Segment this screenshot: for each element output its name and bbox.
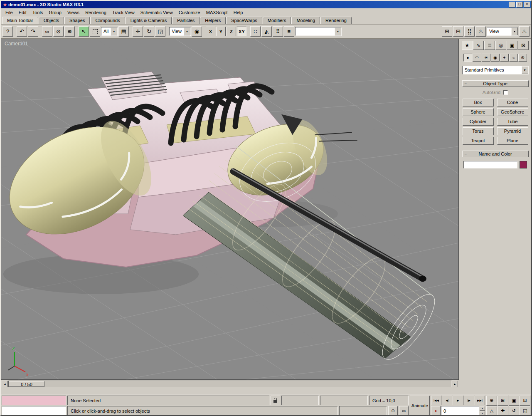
- select-and-move-button[interactable]: ✛: [133, 26, 143, 37]
- category-spacewarps[interactable]: ≈: [509, 54, 518, 62]
- teapot-button[interactable]: Teapot: [463, 137, 494, 145]
- name-color-rollout[interactable]: − Name and Color: [462, 151, 529, 157]
- maximize-button[interactable]: □: [516, 2, 523, 7]
- zoom-extents-button[interactable]: ▣: [509, 396, 520, 406]
- zoom-all-button[interactable]: ⊞: [498, 396, 508, 406]
- zoom-extents-all-button[interactable]: ⊡: [520, 396, 530, 406]
- menu-item-tools[interactable]: Tools: [30, 9, 46, 16]
- tab-modify[interactable]: ∿: [473, 41, 484, 50]
- autogrid-checkbox[interactable]: [503, 90, 508, 95]
- restrict-z-button[interactable]: Z: [227, 27, 236, 36]
- menu-item-customize[interactable]: Customize: [176, 9, 203, 16]
- selection-filter-dropdown[interactable]: All ▼: [101, 27, 118, 36]
- undo-button[interactable]: ↶: [17, 26, 27, 37]
- use-pivot-point-button[interactable]: ◉: [192, 26, 202, 37]
- tab-lights-cameras[interactable]: Lights & Cameras: [126, 17, 172, 24]
- timeline-track[interactable]: 0 / 50: [8, 381, 451, 387]
- object-name-field[interactable]: [463, 161, 517, 168]
- category-lights[interactable]: ☀: [482, 54, 490, 62]
- select-and-scale-button[interactable]: ◲: [155, 26, 165, 37]
- open-trackview-button[interactable]: ⊞: [442, 26, 452, 37]
- category-shapes[interactable]: ◠: [473, 54, 481, 62]
- tab-motion[interactable]: ◎: [495, 41, 506, 50]
- chevron-down-icon[interactable]: ▼: [111, 27, 117, 35]
- torus-button[interactable]: Torus: [463, 127, 494, 135]
- tube-button[interactable]: Tube: [497, 118, 528, 126]
- chevron-down-icon[interactable]: ▼: [522, 66, 528, 74]
- pan-button[interactable]: ✚: [498, 406, 508, 416]
- named-selection-dropdown[interactable]: ▼: [295, 27, 342, 36]
- close-button[interactable]: ×: [524, 2, 530, 7]
- render-type-dropdown[interactable]: View ▼: [487, 27, 518, 36]
- menu-item-rendering[interactable]: Rendering: [82, 9, 109, 16]
- menu-item-schematicview[interactable]: Schematic View: [138, 9, 176, 16]
- degradation-override-button[interactable]: ⊙: [388, 406, 398, 416]
- go-to-end-button[interactable]: ▶▶|: [475, 396, 485, 405]
- sphere-button[interactable]: Sphere: [463, 108, 494, 116]
- snap-toggle-button[interactable]: ∷: [250, 26, 261, 37]
- category-geometry[interactable]: ●: [463, 54, 472, 62]
- camera-viewport[interactable]: Z x Camera01: [1, 39, 459, 380]
- chevron-down-icon[interactable]: ▼: [184, 27, 190, 35]
- selection-lock-button[interactable]: [271, 396, 280, 405]
- restrict-y-button[interactable]: Y: [216, 27, 226, 36]
- current-frame-field[interactable]: 0: [441, 406, 479, 416]
- pyramid-button[interactable]: Pyramid: [497, 127, 528, 135]
- field-of-view-button[interactable]: △: [486, 406, 497, 416]
- align-button[interactable]: ≡: [284, 26, 294, 37]
- unlink-selection-button[interactable]: ⊘: [53, 26, 64, 37]
- tab-helpers[interactable]: Helpers: [200, 17, 226, 24]
- menu-item-help[interactable]: Help: [231, 9, 246, 16]
- tab-modeling[interactable]: Modeling: [291, 17, 320, 24]
- timeline-handle[interactable]: 0 / 50: [9, 381, 44, 387]
- quick-render-button[interactable]: ♨: [519, 26, 530, 37]
- timeline-previous-button[interactable]: ◄: [2, 381, 8, 387]
- arc-rotate-button[interactable]: ↺: [509, 406, 520, 416]
- animate-button[interactable]: Animate: [410, 396, 430, 416]
- min-max-toggle-button[interactable]: ◱: [520, 406, 530, 416]
- help-mode-button[interactable]: ?: [2, 26, 13, 37]
- menu-item-trackview[interactable]: Track View: [109, 9, 138, 16]
- tab-create[interactable]: ★: [462, 41, 473, 50]
- tab-particles[interactable]: Particles: [172, 17, 200, 24]
- menu-item-maxscript[interactable]: MAXScript: [203, 9, 231, 16]
- minimize-button[interactable]: _: [509, 2, 515, 7]
- menu-item-edit[interactable]: Edit: [16, 9, 30, 16]
- tab-shapes[interactable]: Shapes: [64, 17, 90, 24]
- menu-item-group[interactable]: Group: [46, 9, 64, 16]
- select-and-rotate-button[interactable]: ↻: [144, 26, 154, 37]
- cylinder-button[interactable]: Cylinder: [463, 118, 494, 126]
- category-cameras[interactable]: ◉: [491, 54, 500, 62]
- menu-item-views[interactable]: Views: [64, 9, 82, 16]
- next-frame-button[interactable]: |▶: [464, 396, 474, 405]
- region-select-button[interactable]: [90, 26, 100, 37]
- category-helpers[interactable]: +: [500, 54, 509, 62]
- tab-modifiers[interactable]: Modifiers: [263, 17, 291, 24]
- select-object-button[interactable]: ↖: [79, 26, 89, 37]
- key-mode-toggle-button[interactable]: ♦: [431, 406, 441, 416]
- tab-rendering[interactable]: Rendering: [320, 17, 352, 24]
- box-button[interactable]: Box: [463, 99, 494, 106]
- restrict-xy-plane-button[interactable]: XY: [237, 27, 246, 36]
- tab-objects[interactable]: Objects: [39, 17, 64, 24]
- redo-button[interactable]: ↷: [28, 26, 38, 37]
- spinner-down-button[interactable]: ▼: [480, 411, 485, 416]
- listener-macro-line[interactable]: [2, 396, 66, 405]
- array-button[interactable]: ⠿: [273, 26, 283, 37]
- menu-item-file[interactable]: File: [2, 9, 16, 16]
- open-schematic-view-button[interactable]: ⊟: [453, 26, 463, 37]
- geosphere-button[interactable]: GeoSphere: [497, 108, 528, 116]
- tab-utilities[interactable]: ⊠: [518, 41, 529, 50]
- tab-spacewarps[interactable]: SpaceWarps: [226, 17, 262, 24]
- object-type-rollout[interactable]: − Object Type: [462, 80, 529, 87]
- mirror-button[interactable]: ◭: [261, 26, 272, 37]
- coordinate-system-dropdown[interactable]: View ▼: [169, 27, 191, 36]
- chevron-down-icon[interactable]: ▼: [511, 27, 518, 35]
- bind-to-spacewarp-button[interactable]: ≋: [64, 26, 75, 37]
- tab-main-toolbar[interactable]: Main Toolbar: [2, 17, 38, 24]
- select-by-name-button[interactable]: ▤: [118, 26, 129, 37]
- play-button[interactable]: ▶: [453, 396, 463, 405]
- category-systems[interactable]: ⊛: [518, 54, 527, 62]
- previous-frame-button[interactable]: ◀|: [442, 396, 452, 405]
- timeline-next-button[interactable]: ►: [452, 381, 458, 387]
